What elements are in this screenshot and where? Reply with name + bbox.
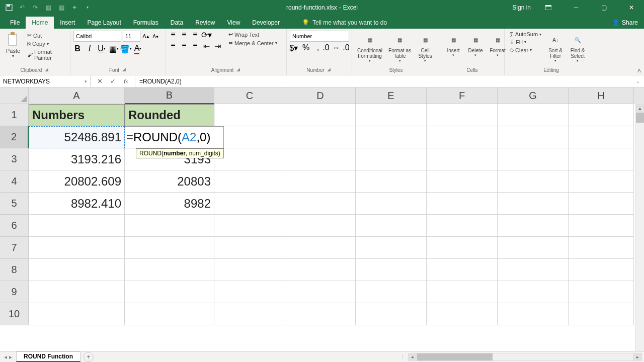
increase-indent-icon[interactable]: ⇥ — [213, 42, 221, 50]
orientation-icon[interactable]: ⟳▾ — [202, 31, 210, 39]
cell-A5[interactable]: 8982.410 — [29, 193, 125, 215]
insert-function-button[interactable]: fx — [121, 76, 131, 86]
cell-C7[interactable] — [214, 237, 285, 259]
tab-insert[interactable]: Insert — [54, 17, 81, 29]
cell-C5[interactable] — [214, 193, 285, 215]
scroll-left-icon[interactable]: ◂ — [408, 353, 417, 361]
cell-H6[interactable] — [569, 215, 634, 237]
cell-H5[interactable] — [569, 193, 634, 215]
sheet-nav-prev-icon[interactable]: ◂ — [4, 353, 7, 360]
percent-format-icon[interactable]: % — [302, 44, 310, 52]
scroll-right-icon[interactable]: ▸ — [633, 353, 642, 361]
cell-E1[interactable] — [356, 104, 427, 126]
expand-formula-bar-icon[interactable]: ⌄ — [632, 78, 644, 84]
clear-button[interactable]: ◇Clear▾ — [508, 46, 543, 54]
col-header-A[interactable]: A — [29, 87, 125, 104]
font-name-select[interactable] — [73, 31, 121, 42]
undo-icon[interactable]: ↶ — [18, 4, 26, 12]
cell-A7[interactable] — [29, 237, 125, 259]
qat-customize-icon[interactable]: ▾ — [84, 4, 92, 12]
scroll-thumb[interactable] — [636, 113, 644, 123]
tell-me-search[interactable]: 💡 Tell me what you want to do — [296, 17, 393, 29]
tab-data[interactable]: Data — [165, 17, 189, 29]
row-header-10[interactable]: 10 — [0, 303, 29, 325]
cell-F7[interactable] — [427, 237, 498, 259]
tab-file[interactable]: File — [4, 17, 26, 29]
italic-button[interactable]: I — [86, 45, 94, 53]
cell-A1[interactable]: Numbers — [29, 104, 125, 126]
dialog-launcher-icon[interactable]: ◢ — [235, 67, 241, 73]
cell-B6[interactable] — [125, 215, 214, 237]
conditional-formatting-button[interactable]: ▦Conditional Formatting▾ — [355, 31, 384, 64]
scroll-grip-icon[interactable]: ⋮ — [400, 354, 405, 359]
borders-button[interactable]: ▦▾ — [110, 45, 118, 53]
cell-F1[interactable] — [427, 104, 498, 126]
cell-B1[interactable]: Rounded — [125, 104, 214, 126]
cell-H7[interactable] — [569, 237, 634, 259]
cell-D1[interactable] — [285, 104, 356, 126]
row-header-9[interactable]: 9 — [0, 281, 29, 303]
ribbon-display-icon[interactable] — [538, 0, 558, 15]
cell-G7[interactable] — [498, 237, 569, 259]
align-center-icon[interactable]: ≡ — [180, 42, 188, 50]
cell-G1[interactable] — [498, 104, 569, 126]
delete-cells-button[interactable]: ▦Delete▾ — [465, 31, 486, 58]
hscroll-thumb[interactable] — [417, 353, 493, 360]
insert-cells-button[interactable]: ▦Insert▾ — [443, 31, 463, 58]
cell-G4[interactable] — [498, 170, 569, 193]
cut-button[interactable]: ✂Cut — [25, 32, 67, 39]
copy-button[interactable]: ⎘Copy▾ — [25, 40, 67, 47]
format-as-table-button[interactable]: ▦Format as Table▾ — [386, 31, 413, 64]
cell-G8[interactable] — [498, 259, 569, 281]
tab-page-layout[interactable]: Page Layout — [81, 17, 127, 29]
cell-A10[interactable] — [29, 303, 125, 325]
cell-E3[interactable] — [356, 148, 427, 170]
cell-F10[interactable] — [427, 303, 498, 325]
cell-D8[interactable] — [285, 259, 356, 281]
font-size-select[interactable] — [123, 31, 140, 42]
add-sheet-button[interactable]: + — [84, 352, 94, 362]
align-left-icon[interactable]: ≡ — [169, 42, 177, 50]
merge-center-button[interactable]: ⬌Merge & Center▾ — [226, 39, 279, 47]
maximize-button[interactable]: ▢ — [594, 0, 614, 15]
cell-E9[interactable] — [356, 281, 427, 303]
underline-button[interactable]: U▾ — [98, 45, 106, 53]
sheet-tab-active[interactable]: ROUND Function — [16, 351, 80, 362]
cell-A6[interactable] — [29, 215, 125, 237]
scroll-up-icon[interactable]: ▲ — [636, 104, 644, 113]
cell-D9[interactable] — [285, 281, 356, 303]
bold-button[interactable]: B — [73, 45, 82, 53]
share-button[interactable]: 👤 Share — [606, 17, 644, 29]
fill-button[interactable]: ↧Fill▾ — [508, 38, 543, 46]
dialog-launcher-icon[interactable]: ◢ — [121, 67, 127, 73]
cell-G10[interactable] — [498, 303, 569, 325]
tab-review[interactable]: Review — [189, 17, 221, 29]
cell-G5[interactable] — [498, 193, 569, 215]
cell-A2[interactable]: 52486.891 — [29, 126, 125, 148]
cell-B4[interactable]: 20803 — [125, 170, 214, 193]
cell-F5[interactable] — [427, 193, 498, 215]
cell-F9[interactable] — [427, 281, 498, 303]
increase-decimal-icon[interactable]: .0→ — [326, 44, 334, 52]
name-box[interactable]: NETWORKDAYS ▾ — [0, 75, 91, 87]
dialog-launcher-icon[interactable]: ◢ — [326, 67, 332, 73]
cell-H8[interactable] — [569, 259, 634, 281]
row-header-7[interactable]: 7 — [0, 237, 29, 259]
row-header-1[interactable]: 1 — [0, 104, 29, 126]
cell-F8[interactable] — [427, 259, 498, 281]
tab-view[interactable]: View — [221, 17, 247, 29]
cell-D2[interactable] — [285, 126, 356, 148]
row-header-3[interactable]: 3 — [0, 148, 29, 170]
align-top-icon[interactable]: ≡ — [169, 31, 177, 39]
cell-C4[interactable] — [214, 170, 285, 193]
cell-D5[interactable] — [285, 193, 356, 215]
cell-C10[interactable] — [214, 303, 285, 325]
sheet-nav-next-icon[interactable]: ▸ — [9, 353, 12, 360]
align-right-icon[interactable]: ≡ — [191, 42, 199, 50]
tab-formulas[interactable]: Formulas — [127, 17, 165, 29]
cell-G2[interactable] — [498, 126, 569, 148]
tab-home[interactable]: Home — [26, 17, 54, 29]
align-middle-icon[interactable]: ≡ — [180, 31, 188, 39]
sign-in-button[interactable]: Sign in — [512, 4, 531, 11]
sort-filter-button[interactable]: A↓Sort & Filter▾ — [545, 31, 566, 64]
